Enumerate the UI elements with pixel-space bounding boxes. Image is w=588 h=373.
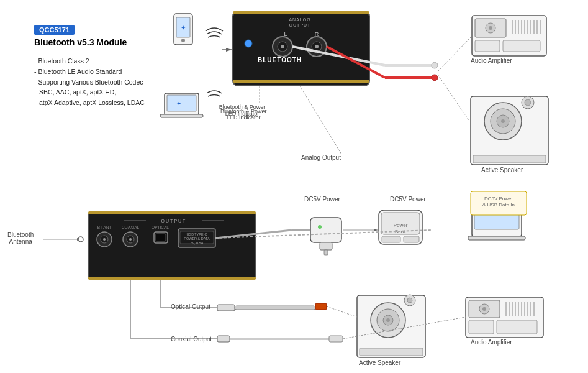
svg-point-74 xyxy=(129,238,132,241)
svg-rect-49 xyxy=(475,40,500,52)
svg-text:OUTPUT: OUTPUT xyxy=(161,219,187,223)
svg-rect-52 xyxy=(471,96,548,165)
svg-text:L: L xyxy=(284,31,287,37)
svg-rect-108 xyxy=(235,306,315,310)
svg-rect-6 xyxy=(167,95,196,111)
svg-rect-88 xyxy=(320,242,332,250)
svg-text:& USB Data In: & USB Data In xyxy=(482,202,515,208)
svg-rect-10 xyxy=(233,80,369,83)
svg-point-55 xyxy=(497,115,509,127)
led-indicator-label: Bluetooth & PowerLED Indicator xyxy=(220,108,267,121)
svg-point-29 xyxy=(432,62,438,68)
svg-rect-99 xyxy=(474,205,519,229)
svg-rect-78 xyxy=(178,229,215,247)
svg-rect-97 xyxy=(404,236,419,242)
svg-point-22 xyxy=(245,40,252,47)
svg-point-126 xyxy=(479,304,489,314)
svg-line-104 xyxy=(215,230,432,238)
svg-point-32 xyxy=(432,75,438,81)
svg-rect-125 xyxy=(469,300,500,318)
svg-point-20 xyxy=(312,42,322,52)
svg-rect-63 xyxy=(88,277,256,280)
svg-line-51 xyxy=(438,37,471,71)
svg-rect-89 xyxy=(324,250,328,255)
svg-point-119 xyxy=(386,318,390,322)
svg-point-37 xyxy=(486,23,495,33)
svg-text:OUTPUT: OUTPUT xyxy=(289,23,311,27)
svg-point-69 xyxy=(101,236,108,243)
svg-line-85 xyxy=(215,230,292,238)
svg-point-116 xyxy=(371,303,405,338)
svg-text:OPTICAL: OPTICAL xyxy=(152,225,169,229)
svg-rect-122 xyxy=(360,348,423,356)
module-title: Bluetooth v5.3 Module xyxy=(34,37,127,47)
svg-text:DC5V Power: DC5V Power xyxy=(484,196,513,201)
audio-amplifier-top-label: Audio Amplifier xyxy=(471,57,512,64)
svg-rect-61 xyxy=(88,211,256,280)
svg-rect-96 xyxy=(382,236,400,242)
svg-rect-5 xyxy=(165,93,199,115)
active-speaker-top-label: Active Speaker xyxy=(481,167,523,173)
dc5v-power-1-label: DC5V Power xyxy=(304,196,340,203)
svg-rect-109 xyxy=(315,303,327,310)
svg-rect-50 xyxy=(503,40,540,52)
svg-point-53 xyxy=(484,103,522,140)
svg-rect-2 xyxy=(176,17,190,37)
svg-text:Bank: Bank xyxy=(395,229,407,234)
svg-rect-124 xyxy=(466,297,543,338)
analog-output-label: Analog Output xyxy=(301,154,341,161)
svg-text:BT ANT: BT ANT xyxy=(97,225,112,229)
svg-rect-7 xyxy=(160,114,203,117)
svg-line-60 xyxy=(438,75,469,121)
feature-line-1: - Bluetooth Class 2 xyxy=(34,56,145,67)
svg-point-72 xyxy=(123,232,138,247)
svg-rect-138 xyxy=(469,320,494,334)
svg-rect-93 xyxy=(381,213,420,234)
dc5v-power-2-label: DC5V Power xyxy=(390,196,426,203)
feature-line-4: SBC, AAC, aptX, aptX HD, xyxy=(34,87,145,98)
svg-rect-100 xyxy=(468,236,525,240)
svg-point-73 xyxy=(127,236,134,243)
svg-text:✦: ✦ xyxy=(176,100,181,107)
svg-line-123 xyxy=(327,306,357,317)
svg-text:R: R xyxy=(315,31,319,37)
svg-point-58 xyxy=(525,99,531,106)
svg-text:5V, 0.5A: 5V, 0.5A xyxy=(191,241,204,245)
svg-point-70 xyxy=(103,238,106,241)
svg-point-120 xyxy=(404,295,415,306)
svg-line-27 xyxy=(292,47,385,65)
svg-point-117 xyxy=(377,309,399,331)
svg-point-17 xyxy=(278,42,287,52)
svg-point-19 xyxy=(307,37,327,57)
svg-rect-112 xyxy=(217,336,230,342)
svg-point-21 xyxy=(315,45,319,48)
svg-point-18 xyxy=(281,45,284,48)
svg-point-127 xyxy=(482,307,486,311)
svg-rect-59 xyxy=(473,155,546,163)
svg-rect-76 xyxy=(154,232,168,243)
audio-amplifier-bottom-label: Audio Amplifier xyxy=(471,339,512,346)
optical-output-label: Optical Output xyxy=(171,303,210,310)
svg-text:USB TYPE-C: USB TYPE-C xyxy=(187,233,207,236)
svg-rect-101 xyxy=(471,191,527,215)
svg-rect-9 xyxy=(233,11,369,86)
svg-point-38 xyxy=(489,26,492,30)
svg-point-68 xyxy=(97,232,112,247)
svg-line-30 xyxy=(327,47,385,78)
svg-rect-139 xyxy=(497,320,537,334)
svg-point-90 xyxy=(318,225,322,229)
svg-rect-98 xyxy=(472,202,522,236)
svg-point-84 xyxy=(78,237,83,242)
svg-rect-114 xyxy=(329,336,343,342)
svg-rect-87 xyxy=(310,218,341,242)
svg-text:ANALOG: ANALOG xyxy=(289,17,310,22)
svg-point-16 xyxy=(273,37,292,57)
bt-antenna-label: BluetoothAntenna xyxy=(7,231,34,245)
svg-rect-77 xyxy=(156,234,166,241)
svg-text:BLUETOOTH: BLUETOOTH xyxy=(258,57,302,63)
svg-point-118 xyxy=(383,315,393,325)
svg-line-33 xyxy=(300,86,341,154)
svg-rect-11 xyxy=(233,11,369,14)
feature-line-2: - Bluetooth LE Audio Standard xyxy=(34,67,145,77)
feature-line-3: - Supporting Various Bluetooth Codec xyxy=(34,77,145,88)
